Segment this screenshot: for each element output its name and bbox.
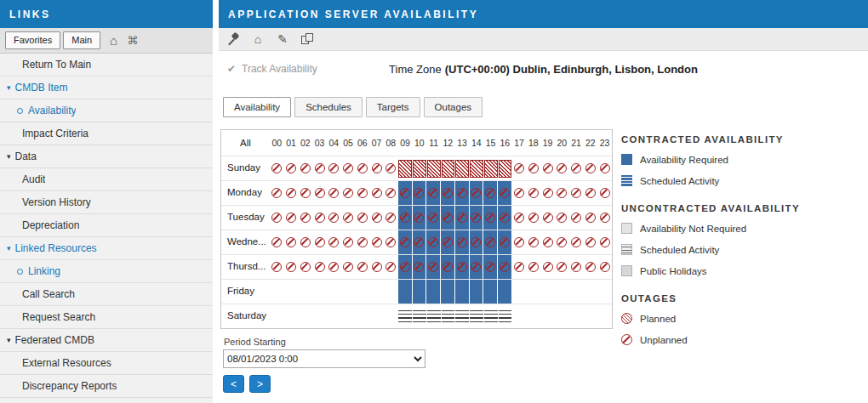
cell-thursd-14[interactable]	[470, 255, 484, 279]
command-icon[interactable]: ⌘	[127, 35, 138, 46]
cell-sunday-04[interactable]	[327, 156, 341, 180]
cell-sunday-03[interactable]	[312, 156, 327, 180]
hour-header-02[interactable]: 02	[299, 138, 313, 148]
cell-tuesday-05[interactable]	[341, 206, 356, 230]
cell-saturday-10[interactable]	[413, 304, 427, 328]
cell-thursd-01[interactable]	[284, 255, 299, 279]
cell-friday-02[interactable]	[299, 280, 313, 304]
cell-sunday-20[interactable]	[555, 156, 569, 180]
cell-friday-21[interactable]	[569, 280, 584, 304]
cell-friday-19[interactable]	[540, 280, 555, 304]
cell-tuesday-12[interactable]	[441, 206, 455, 230]
cell-monday-10[interactable]	[413, 181, 427, 205]
cell-thursd-05[interactable]	[341, 255, 356, 279]
copy-icon[interactable]	[300, 32, 314, 46]
cell-tuesday-17[interactable]	[512, 206, 527, 230]
cell-tuesday-07[interactable]	[369, 206, 384, 230]
hour-header-05[interactable]: 05	[341, 138, 356, 148]
grid-all-header[interactable]: All	[221, 138, 270, 148]
hour-header-13[interactable]: 13	[455, 138, 470, 148]
sidebar-item-depreciation[interactable]: Depreciation	[0, 214, 213, 237]
cell-monday-11[interactable]	[426, 181, 441, 205]
sidebar-item-cmdb-item[interactable]: ▾CMDB Item	[0, 77, 213, 99]
sidebar-item-linked-resources[interactable]: ▾Linked Resources	[0, 237, 213, 260]
tab-outages[interactable]: Outages	[424, 97, 483, 117]
cell-monday-16[interactable]	[498, 181, 512, 205]
cell-monday-15[interactable]	[483, 181, 498, 205]
cell-friday-20[interactable]	[555, 280, 569, 304]
cell-tuesday-04[interactable]	[327, 206, 341, 230]
cell-tuesday-08[interactable]	[384, 206, 398, 230]
cell-sunday-05[interactable]	[341, 156, 356, 180]
cell-wedne-08[interactable]	[384, 230, 398, 254]
cell-tuesday-18[interactable]	[527, 206, 541, 230]
cell-tuesday-02[interactable]	[299, 206, 313, 230]
cell-saturday-04[interactable]	[327, 304, 341, 328]
hour-header-14[interactable]: 14	[470, 138, 484, 148]
hour-header-22[interactable]: 22	[584, 138, 598, 148]
cell-monday-05[interactable]	[341, 181, 356, 205]
cell-monday-09[interactable]	[398, 181, 413, 205]
cell-wedne-04[interactable]	[327, 230, 341, 254]
cell-saturday-05[interactable]	[341, 304, 356, 328]
tab-targets[interactable]: Targets	[366, 97, 420, 117]
hour-header-00[interactable]: 00	[270, 138, 284, 148]
cell-sunday-14[interactable]	[470, 156, 484, 180]
home-icon[interactable]: ⌂	[251, 32, 265, 46]
sidebar-item-audit[interactable]: Audit	[0, 168, 213, 191]
cell-saturday-14[interactable]	[470, 304, 484, 328]
cell-tuesday-06[interactable]	[356, 206, 370, 230]
cell-thursd-04[interactable]	[327, 255, 341, 279]
cell-monday-07[interactable]	[369, 181, 384, 205]
cell-sunday-02[interactable]	[299, 156, 313, 180]
cell-tuesday-11[interactable]	[426, 206, 441, 230]
cell-wedne-14[interactable]	[470, 230, 484, 254]
cell-friday-07[interactable]	[369, 280, 384, 304]
sidebar-item-impact-criteria[interactable]: Impact Criteria	[0, 122, 213, 145]
cell-saturday-17[interactable]	[512, 304, 527, 328]
cell-sunday-10[interactable]	[413, 156, 427, 180]
cell-friday-00[interactable]	[270, 280, 284, 304]
cell-monday-21[interactable]	[569, 181, 584, 205]
cell-friday-10[interactable]	[413, 280, 427, 304]
cell-saturday-09[interactable]	[398, 304, 413, 328]
cell-tuesday-14[interactable]	[470, 206, 484, 230]
cell-wedne-03[interactable]	[312, 230, 327, 254]
cell-saturday-18[interactable]	[527, 304, 541, 328]
tab-favorites[interactable]: Favorites	[5, 31, 60, 49]
tab-main[interactable]: Main	[63, 31, 100, 49]
hour-header-21[interactable]: 21	[569, 138, 584, 148]
cell-sunday-22[interactable]	[584, 156, 598, 180]
cell-saturday-11[interactable]	[426, 304, 441, 328]
cell-thursd-00[interactable]	[270, 255, 284, 279]
cell-sunday-13[interactable]	[455, 156, 470, 180]
cell-wedne-00[interactable]	[270, 230, 284, 254]
cell-monday-01[interactable]	[284, 181, 299, 205]
cell-wedne-19[interactable]	[540, 230, 555, 254]
cell-saturday-19[interactable]	[540, 304, 555, 328]
cell-monday-12[interactable]	[441, 181, 455, 205]
cell-wedne-01[interactable]	[284, 230, 299, 254]
sidebar-item-federated-cmdb[interactable]: ▾Federated CMDB	[0, 329, 213, 352]
cell-monday-02[interactable]	[299, 181, 313, 205]
cell-wedne-12[interactable]	[441, 230, 455, 254]
cell-wedne-02[interactable]	[299, 230, 313, 254]
cell-monday-04[interactable]	[327, 181, 341, 205]
sidebar-item-data[interactable]: ▾Data	[0, 145, 213, 168]
cell-sunday-07[interactable]	[369, 156, 384, 180]
cell-wedne-18[interactable]	[527, 230, 541, 254]
cell-tuesday-20[interactable]	[555, 206, 569, 230]
hour-header-17[interactable]: 17	[512, 138, 527, 148]
cell-sunday-23[interactable]	[597, 156, 612, 180]
cell-saturday-00[interactable]	[270, 304, 284, 328]
cell-wedne-13[interactable]	[455, 230, 470, 254]
sidebar-item-external-resources[interactable]: External Resources	[0, 352, 213, 375]
cell-monday-13[interactable]	[455, 181, 470, 205]
cell-thursd-03[interactable]	[312, 255, 327, 279]
cell-tuesday-23[interactable]	[597, 206, 612, 230]
cell-saturday-23[interactable]	[597, 304, 612, 328]
cell-friday-06[interactable]	[356, 280, 370, 304]
cell-thursd-06[interactable]	[356, 255, 370, 279]
edit-icon[interactable]: ✎	[276, 32, 289, 46]
cell-wedne-23[interactable]	[597, 230, 612, 254]
